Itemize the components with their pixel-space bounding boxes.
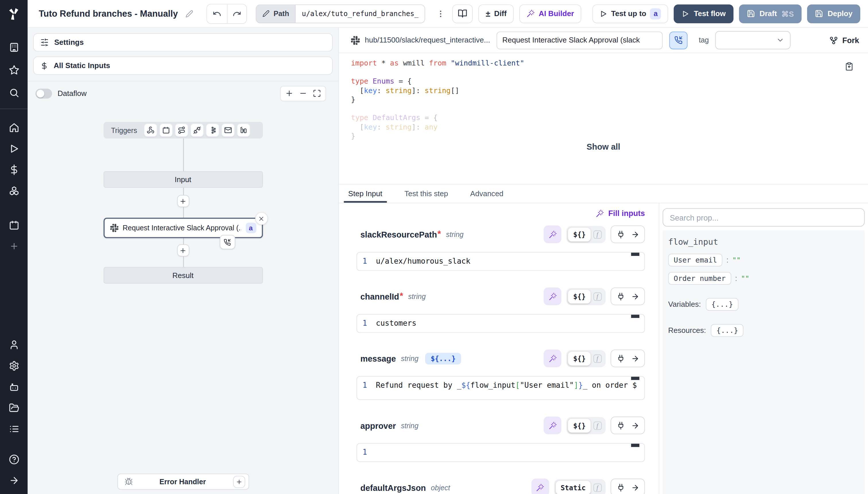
user-icon[interactable] [0, 334, 27, 355]
arrow-right-icon[interactable] [628, 480, 642, 494]
javascript-mode-icon[interactable]: f [591, 483, 604, 492]
field-editor[interactable]: 1 [356, 443, 645, 462]
tag-select[interactable] [715, 31, 791, 50]
input-node[interactable]: Input [103, 171, 263, 188]
slack-approval-node[interactable]: Request Interactive Slack Approval (... … [103, 218, 263, 238]
fork-button[interactable]: Fork [829, 36, 859, 44]
arrow-right-icon[interactable] [628, 418, 642, 433]
path-input[interactable]: u/alex/tuto_refund_branches_ [295, 4, 425, 23]
suspend-approval-button[interactable] [669, 31, 688, 49]
tab-advanced[interactable]: Advanced [469, 184, 505, 203]
step-input-form: Fill inputs slackResourcePath* string ${… [339, 203, 659, 494]
resources-icon[interactable] [0, 180, 27, 201]
fill-inputs-button[interactable]: Fill inputs [596, 209, 645, 218]
arrow-right-icon[interactable] [628, 289, 642, 304]
variables-expand-pill[interactable]: {...} [706, 298, 738, 311]
flow-settings-button[interactable]: Settings [33, 33, 333, 52]
workers-icon[interactable] [0, 376, 27, 397]
workspace-icon[interactable] [0, 37, 27, 57]
field-mode-toggle[interactable]: ${} [568, 418, 591, 432]
prop-search-input[interactable] [663, 208, 865, 227]
prop-pill[interactable]: Order number [668, 272, 731, 285]
edit-title-icon[interactable] [186, 10, 194, 18]
field-mode-toggle[interactable]: ${} [568, 352, 591, 365]
ai-fill-field-button[interactable] [544, 287, 562, 305]
more-options-button[interactable] [434, 4, 447, 23]
logs-icon[interactable] [0, 418, 27, 439]
expand-sidebar-icon[interactable] [0, 470, 27, 491]
delete-step-button[interactable] [255, 212, 268, 225]
plug-icon[interactable] [613, 418, 628, 433]
windmill-logo[interactable] [0, 0, 27, 27]
docs-button[interactable] [452, 4, 473, 23]
javascript-mode-icon[interactable]: f [591, 230, 604, 239]
ai-fill-field-button[interactable] [544, 416, 562, 434]
javascript-mode-icon[interactable]: f [591, 421, 604, 430]
add-icon[interactable] [0, 235, 27, 256]
javascript-mode-icon[interactable]: f [591, 292, 604, 300]
arrow-right-icon[interactable] [628, 351, 642, 366]
zoom-in-button[interactable] [285, 89, 293, 97]
schedules-icon[interactable] [0, 214, 27, 235]
schedule-icon[interactable] [159, 124, 173, 137]
undo-button[interactable] [207, 4, 227, 23]
tab-test-this-step[interactable]: Test this step [403, 184, 449, 203]
poll-icon[interactable] [237, 124, 250, 137]
favorites-star-icon[interactable] [0, 59, 27, 80]
hub-script-link[interactable]: hub/11500/slack/request_interactive... [351, 36, 490, 44]
triggers-node[interactable]: Triggers [103, 122, 263, 138]
route-icon[interactable] [175, 124, 188, 137]
phone-incoming-icon[interactable] [220, 235, 235, 249]
plug-icon[interactable] [613, 289, 628, 304]
field-editor[interactable]: 1 customers [356, 314, 645, 333]
field-editor[interactable]: 1 u/alex/humorous_slack [356, 252, 645, 271]
diff-button[interactable]: ±Diff [478, 4, 514, 23]
error-handler-node[interactable]: Error Handler [117, 474, 249, 490]
variables-icon[interactable] [0, 159, 27, 180]
help-icon[interactable] [0, 449, 27, 470]
code-editor[interactable]: import * as wmill from "windmill-client"… [339, 53, 868, 184]
runs-icon[interactable] [0, 138, 27, 159]
javascript-mode-icon[interactable]: f [591, 354, 604, 362]
dataflow-toggle[interactable] [35, 89, 52, 98]
tab-step-input[interactable]: Step Input [347, 184, 383, 203]
zoom-out-button[interactable] [299, 89, 307, 97]
plug-icon[interactable] [613, 351, 628, 366]
insert-step-button-top[interactable] [177, 195, 189, 207]
show-all-button[interactable]: Show all [587, 142, 620, 151]
test-flow-button[interactable]: Test flow [674, 4, 733, 23]
field-editor[interactable]: 1 Refund request by _${flow_input["User … [356, 376, 645, 400]
websocket-icon[interactable] [190, 124, 203, 137]
field-mode-toggle[interactable]: ${} [568, 227, 591, 241]
plug-icon[interactable] [613, 227, 628, 242]
step-title-input[interactable] [497, 31, 663, 49]
all-static-inputs-button[interactable]: All Static Inputs [33, 57, 333, 75]
result-node[interactable]: Result [103, 267, 263, 284]
deploy-button[interactable]: Deploy [807, 4, 860, 23]
webhook-icon[interactable] [144, 124, 157, 137]
test-up-to-button[interactable]: Test up toa [592, 4, 668, 23]
ai-fill-field-button[interactable] [544, 349, 562, 367]
insert-step-button-bottom[interactable] [177, 244, 189, 256]
ai-builder-button[interactable]: AI Builder [519, 4, 581, 23]
kafka-icon[interactable] [206, 124, 219, 137]
redo-button[interactable] [227, 4, 246, 23]
ai-fill-field-button[interactable] [531, 478, 549, 494]
home-icon[interactable] [0, 117, 27, 138]
arrow-right-icon[interactable] [628, 227, 642, 242]
draft-button[interactable]: Draft⌘S [739, 4, 802, 23]
fit-view-button[interactable] [313, 89, 321, 97]
field-mode-toggle[interactable]: Static [556, 480, 591, 494]
copy-code-icon[interactable] [845, 62, 854, 71]
plug-icon[interactable] [613, 480, 628, 494]
field-mode-toggle[interactable]: ${} [568, 289, 591, 303]
email-icon[interactable] [221, 124, 235, 137]
error-handler-label: Error Handler [133, 477, 233, 486]
folders-icon[interactable] [0, 397, 27, 418]
settings-icon[interactable] [0, 355, 27, 376]
search-icon[interactable] [0, 82, 27, 103]
prop-pill[interactable]: User email [668, 253, 723, 266]
resources-expand-pill[interactable]: {...} [711, 324, 744, 337]
add-error-handler-button[interactable] [233, 476, 245, 488]
ai-fill-field-button[interactable] [544, 226, 562, 243]
